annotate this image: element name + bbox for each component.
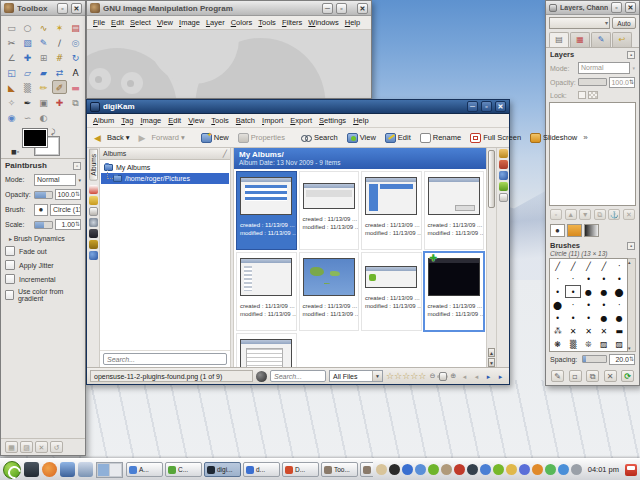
metadata-tab-icon[interactable] <box>499 160 508 169</box>
brush-preview[interactable]: ╱ <box>581 259 596 272</box>
brushes-dock-icon[interactable]: ● <box>550 224 565 237</box>
brush-preview[interactable]: ● <box>596 311 611 324</box>
menu-icon[interactable]: ▪ <box>627 51 635 59</box>
gimp-menu-image[interactable]: Image <box>179 18 200 27</box>
brush-preview[interactable]: · <box>565 272 580 285</box>
last-item-icon[interactable]: ▸ <box>495 371 506 382</box>
foreground-color-swatch[interactable] <box>23 129 47 147</box>
file-filter-combo[interactable]: All Files ▼ <box>329 370 383 382</box>
tags-tab-icon[interactable] <box>89 196 98 205</box>
tray-icon-14[interactable] <box>545 464 556 475</box>
move-tool-button[interactable]: ✚ <box>20 50 35 64</box>
channels-tab-icon[interactable]: ▦ <box>570 32 590 47</box>
perspective-tool-button[interactable]: ▰ <box>36 65 51 79</box>
tray-icon-4[interactable] <box>415 464 426 475</box>
toolbar-slideshow-button[interactable]: Slideshow <box>527 132 580 144</box>
layer-opacity-slider[interactable] <box>578 78 607 86</box>
toolbar-overflow-icon[interactable]: » <box>583 133 587 142</box>
previous-item-icon[interactable]: ◂ <box>471 371 482 382</box>
brush-preview[interactable]: • <box>550 311 565 324</box>
minimize-button[interactable]: ─ <box>322 3 333 14</box>
scrollbar-thumb[interactable] <box>488 150 495 208</box>
tray-icon-15[interactable] <box>558 464 569 475</box>
duplicate-brush-button[interactable]: ⧉ <box>586 370 599 382</box>
filter-search-input[interactable] <box>270 370 326 382</box>
thumbnail-item[interactable]: created : 11/13/09 ...modified : 11/13/0… <box>299 252 360 331</box>
ellipse-select-tool-button[interactable]: ○ <box>20 20 35 34</box>
lower-layer-button[interactable]: ▼ <box>579 209 591 220</box>
brush-preview[interactable]: ● <box>596 285 611 298</box>
brush-preview[interactable]: ✕ <box>581 324 596 337</box>
quick-launch-firefox-icon[interactable] <box>42 462 57 477</box>
star-icon[interactable]: ☆ <box>386 371 394 381</box>
gimp-menu-edit[interactable]: Edit <box>111 18 124 27</box>
brush-dynamics-expander[interactable]: Brush Dynamics <box>1 232 85 244</box>
tree-item-pictures[interactable]: /home/roger/Pictures <box>101 173 229 184</box>
brush-preview[interactable]: ▨ <box>596 337 611 350</box>
star-icon[interactable]: ☆ <box>410 371 418 381</box>
taskbar-task-c-[interactable]: C... <box>165 462 202 477</box>
blur-sharpen-tool-button[interactable]: ◉ <box>4 110 19 124</box>
layers-list[interactable] <box>549 102 636 206</box>
paintbrush-tool-button[interactable]: ✐ <box>52 80 67 94</box>
scroll-up-icon[interactable]: ▲ <box>488 348 495 357</box>
smudge-tool-button[interactable]: ∽ <box>20 110 35 124</box>
toolbar-new-button[interactable]: New <box>198 132 232 144</box>
brush-preview[interactable]: • <box>565 285 580 298</box>
brush-preview[interactable]: ❊ <box>581 337 596 350</box>
dodge-burn-tool-button[interactable]: ◐ <box>36 110 51 124</box>
brush-preview[interactable]: • <box>581 311 596 324</box>
layer-opacity-value[interactable]: 100.0 <box>609 77 635 88</box>
bucket-fill-tool-button[interactable]: ◣ <box>4 80 19 94</box>
airbrush-tool-button[interactable]: ✧ <box>4 95 19 109</box>
globe-tab-icon[interactable] <box>89 251 98 260</box>
toolbox-titlebar[interactable]: Toolbox ▫ ✕ <box>1 1 85 16</box>
duplicate-layer-button[interactable]: ⧉ <box>594 209 606 220</box>
maximize-button[interactable]: ▫ <box>481 101 492 112</box>
brush-preview[interactable]: ▒ <box>565 337 580 350</box>
tray-icon-10[interactable] <box>493 464 504 475</box>
close-button[interactable]: ✕ <box>71 3 82 14</box>
tray-icon-6[interactable] <box>441 464 452 475</box>
digikam-menu-edit[interactable]: Edit <box>168 116 181 125</box>
brush-preview[interactable]: ⁂ <box>550 324 565 337</box>
digikam-menu-import[interactable]: Import <box>262 116 283 125</box>
thumbnail-item[interactable]: created : 11/13/09 ...modified : 11/13/0… <box>361 171 422 250</box>
lock-pixels-icon[interactable] <box>588 91 598 99</box>
shade-button[interactable]: ▫ <box>611 2 622 13</box>
fuzzy-search-tab-icon[interactable] <box>89 229 98 238</box>
digikam-menu-image[interactable]: Image <box>140 116 161 125</box>
taskbar-task-la-[interactable]: La... <box>360 462 373 477</box>
close-button[interactable]: ✕ <box>495 101 506 112</box>
brush-preview[interactable]: ● <box>612 311 627 324</box>
fuzzy-select-tool-button[interactable]: ✶ <box>52 20 67 34</box>
brush-preview[interactable]: • <box>581 298 596 311</box>
edit-brush-button[interactable]: ✎ <box>551 370 564 382</box>
spacing-value[interactable]: 20.0 <box>609 354 635 365</box>
scale-tool-button[interactable]: ◱ <box>4 65 19 79</box>
layers-tab-icon[interactable]: ▤ <box>549 32 569 47</box>
brush-preview[interactable]: • <box>565 311 580 324</box>
tray-icon-8[interactable] <box>467 464 478 475</box>
new-layer-button[interactable]: ▫ <box>550 209 562 220</box>
brush-preview[interactable]: • <box>550 285 565 298</box>
ink-tool-button[interactable]: ✒ <box>20 95 35 109</box>
tray-icon-7[interactable] <box>454 464 465 475</box>
tray-icon-5[interactable] <box>428 464 439 475</box>
brush-preview[interactable]: ✕ <box>596 324 611 337</box>
taskbar-task-d-[interactable]: d... <box>243 462 280 477</box>
swap-colors-icon[interactable]: ⤸ <box>51 128 55 136</box>
digikam-menu-batch[interactable]: Batch <box>236 116 255 125</box>
quick-launch-mail-icon[interactable] <box>60 462 75 477</box>
zoom-slider-handle[interactable] <box>439 372 447 381</box>
scissors-select-tool-button[interactable]: ✂ <box>4 35 19 49</box>
brush-preview[interactable]: • <box>596 298 611 311</box>
blend-tool-button[interactable]: ▒ <box>20 80 35 94</box>
albums-search-input[interactable] <box>103 353 227 365</box>
detach-icon[interactable]: ▫ <box>73 162 81 170</box>
menu-icon[interactable]: ▪ <box>627 242 635 250</box>
brush-preview[interactable]: · <box>612 259 627 272</box>
raise-layer-button[interactable]: ▲ <box>565 209 577 220</box>
star-icon[interactable]: ☆ <box>418 371 426 381</box>
align-tool-button[interactable]: ⊞ <box>36 50 51 64</box>
